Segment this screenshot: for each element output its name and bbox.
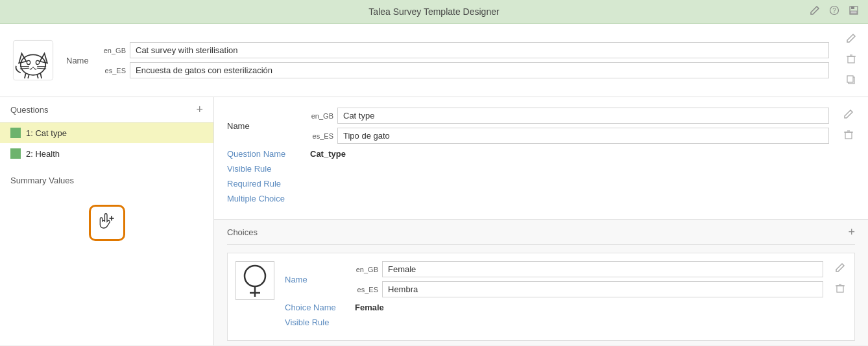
- template-edit-button[interactable]: [845, 32, 858, 47]
- question-detail: Name en_GB es_ES: [214, 97, 868, 220]
- svg-rect-27: [845, 132, 852, 139]
- visible-rule-label: Visible Rule: [227, 164, 305, 174]
- choices-header: Choices +: [227, 220, 855, 245]
- svg-line-18: [37, 75, 38, 78]
- detail-lang-engb: en_GB: [310, 112, 333, 120]
- main-container: Name en_GB es_ES: [0, 24, 868, 345]
- question-label-1: 1: Cat type: [26, 128, 67, 138]
- svg-text:?: ?: [832, 7, 836, 14]
- template-name-fields: en_GB es_ES: [102, 42, 829, 78]
- choice-item-1: Name en_GB es_ES: [227, 253, 855, 341]
- question-name-value: Cat_type: [310, 149, 346, 159]
- svg-point-8: [21, 54, 46, 75]
- content-area: Questions + 1: Cat type 2: Health Summar…: [0, 97, 868, 345]
- question-item-2[interactable]: 2: Health: [0, 143, 213, 164]
- choice-name-engb-row: en_GB: [355, 261, 823, 277]
- svg-rect-24: [847, 76, 853, 82]
- svg-marker-11: [32, 67, 34, 68]
- choice-name-label: Choice Name: [285, 303, 350, 312]
- svg-point-10: [36, 60, 39, 64]
- choice-visible-rule-row: Visible Rule: [285, 317, 823, 327]
- svg-rect-4: [850, 11, 857, 14]
- required-rule-label: Required Rule: [227, 179, 305, 189]
- cat-logo: [10, 38, 56, 83]
- help-button[interactable]: ?: [828, 4, 841, 19]
- add-choice-button[interactable]: +: [848, 226, 855, 238]
- question-edit-button[interactable]: [842, 108, 855, 123]
- svg-line-19: [40, 73, 42, 78]
- choice-name-header-label: Name: [285, 275, 350, 284]
- template-header-actions: [845, 32, 858, 89]
- svg-rect-20: [848, 56, 854, 63]
- choice-name-input-eses[interactable]: [382, 281, 823, 297]
- choice-fields-1: Name en_GB es_ES: [285, 261, 823, 332]
- detail-name-input-eses[interactable]: [337, 128, 829, 144]
- lang-row-eses: es_ES: [102, 62, 829, 78]
- choice-actions-1: [834, 261, 847, 297]
- question-name-label: Question Name: [227, 149, 305, 159]
- choice-visible-rule-label: Visible Rule: [285, 317, 350, 327]
- choices-section: Choices + Name: [214, 220, 868, 341]
- title-bar-icons: ?: [808, 4, 860, 19]
- add-question-button[interactable]: +: [196, 104, 203, 115]
- questions-header: Questions +: [0, 97, 213, 122]
- app-title: Talea Survey Template Designer: [368, 6, 499, 17]
- lang-row-engb: en_GB: [102, 42, 829, 58]
- questions-label: Questions: [10, 105, 49, 115]
- detail-name-eses-row: es_ES: [310, 128, 829, 144]
- choices-title: Choices: [227, 227, 258, 237]
- choice-name-eses-row: es_ES: [355, 281, 823, 297]
- template-copy-button[interactable]: [845, 73, 858, 89]
- detail-lang-eses: es_ES: [310, 132, 333, 140]
- choice-female-icon: [235, 261, 274, 300]
- question-color-dot-1: [10, 128, 21, 138]
- lang-tag-eses: es_ES: [102, 67, 126, 75]
- choice-name-input-engb[interactable]: [382, 261, 823, 277]
- required-rule-row: Required Rule: [227, 179, 829, 189]
- question-detail-fields: Name en_GB es_ES: [227, 108, 829, 209]
- question-name-row: Question Name Cat_type: [227, 149, 829, 159]
- edit-button[interactable]: [808, 4, 821, 19]
- template-header: Name en_GB es_ES: [0, 24, 868, 97]
- save-button[interactable]: [847, 4, 860, 19]
- name-label: Name: [66, 56, 92, 65]
- right-panel: Name en_GB es_ES: [214, 97, 868, 345]
- svg-rect-3: [851, 6, 854, 9]
- detail-name-row: Name en_GB es_ES: [227, 108, 829, 144]
- svg-line-17: [28, 75, 29, 78]
- choice-delete-button[interactable]: [834, 282, 847, 297]
- multiple-choice-row: Multiple Choice: [227, 194, 829, 203]
- svg-point-30: [245, 266, 265, 286]
- svg-marker-7: [40, 54, 47, 63]
- choice-name-header-row: Name en_GB es_ES: [285, 261, 823, 297]
- add-highlighted-button[interactable]: [89, 205, 125, 241]
- summary-values-label: Summary Values: [0, 169, 213, 192]
- template-delete-button[interactable]: [845, 52, 858, 68]
- detail-name-input-engb[interactable]: [337, 108, 829, 124]
- question-detail-actions: [842, 108, 855, 144]
- title-bar: Talea Survey Template Designer ?: [0, 0, 868, 24]
- question-delete-button[interactable]: [842, 128, 855, 144]
- detail-name-label: Name: [227, 121, 305, 131]
- svg-point-9: [27, 60, 30, 64]
- lang-tag-engb: en_GB: [102, 47, 126, 54]
- question-color-dot-2: [10, 148, 21, 159]
- choice-name-value: Female: [355, 303, 384, 312]
- multiple-choice-label: Multiple Choice: [227, 194, 305, 203]
- choice-lang-eses: es_ES: [355, 286, 378, 294]
- choice-edit-button[interactable]: [834, 261, 847, 277]
- question-label-2: 2: Health: [26, 149, 60, 159]
- question-item-1[interactable]: 1: Cat type: [0, 122, 213, 143]
- left-panel: Questions + 1: Cat type 2: Health Summar…: [0, 97, 214, 345]
- svg-line-16: [25, 73, 26, 78]
- detail-name-engb-row: en_GB: [310, 108, 829, 124]
- name-input-eses[interactable]: [130, 62, 829, 78]
- choice-name-row: Choice Name Female: [285, 303, 823, 312]
- name-input-engb[interactable]: [130, 42, 829, 58]
- svg-rect-33: [837, 286, 843, 292]
- svg-marker-6: [19, 54, 26, 63]
- visible-rule-row: Visible Rule: [227, 164, 829, 174]
- choice-lang-engb: en_GB: [355, 266, 378, 273]
